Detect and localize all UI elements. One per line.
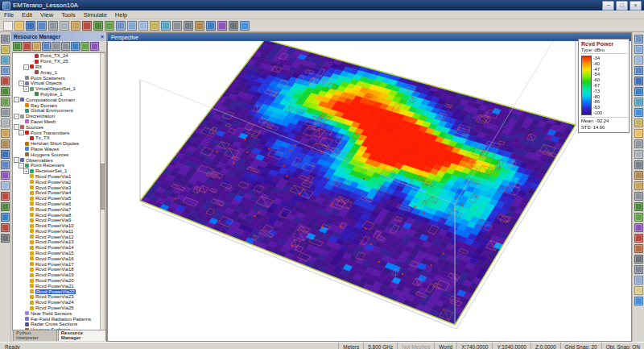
panel-close-icon[interactable]: × bbox=[101, 34, 104, 39]
menu-item-tools[interactable]: Tools bbox=[57, 11, 80, 19]
tree-item[interactable]: Point_TX_24 bbox=[13, 53, 105, 59]
tree-item[interactable]: Point Scatterers bbox=[13, 75, 105, 81]
rotate-view-icon[interactable] bbox=[161, 21, 171, 31]
view-top-icon[interactable] bbox=[634, 35, 643, 44]
new-file-icon[interactable] bbox=[3, 21, 13, 31]
grid-3d-icon[interactable] bbox=[634, 192, 643, 201]
zoom-extents-icon[interactable] bbox=[138, 21, 148, 31]
tree-item[interactable]: -RX bbox=[13, 64, 105, 70]
help-icon[interactable] bbox=[240, 21, 250, 31]
duplicate-object-icon[interactable] bbox=[42, 42, 51, 51]
notes-icon[interactable] bbox=[634, 286, 643, 295]
draw-rect-icon[interactable] bbox=[1, 108, 10, 117]
snap-toggle-icon[interactable] bbox=[184, 21, 193, 31]
mirror-tool-icon[interactable] bbox=[1, 171, 10, 180]
cut-icon[interactable] bbox=[48, 21, 58, 31]
tree-item[interactable]: Hertzian Short Dipoles bbox=[13, 141, 105, 147]
draw-point-icon[interactable] bbox=[1, 77, 10, 85]
layers-icon[interactable] bbox=[634, 265, 643, 274]
texture-mode-icon[interactable] bbox=[634, 171, 643, 180]
axes-toggle-icon[interactable] bbox=[1, 234, 10, 243]
tree-item[interactable]: -Sources bbox=[13, 124, 105, 130]
undo-icon[interactable] bbox=[93, 21, 103, 31]
add-object-icon[interactable] bbox=[13, 42, 22, 51]
light-toggle-icon[interactable] bbox=[634, 181, 643, 190]
view-right-icon[interactable] bbox=[634, 87, 643, 96]
maximize-button[interactable]: □ bbox=[616, 1, 628, 10]
yz-plane-icon[interactable] bbox=[1, 213, 10, 222]
view-perspective-icon[interactable] bbox=[634, 108, 643, 117]
render-icon[interactable] bbox=[634, 234, 643, 243]
save-icon[interactable] bbox=[26, 21, 35, 31]
zx-plane-icon[interactable] bbox=[1, 223, 10, 232]
tree-item[interactable]: Global Environment bbox=[13, 108, 105, 114]
open-icon[interactable] bbox=[14, 21, 24, 31]
zoom-window-tool-icon[interactable] bbox=[1, 66, 10, 75]
draw-box-icon[interactable] bbox=[1, 129, 10, 138]
view-bottom-icon[interactable] bbox=[634, 45, 643, 54]
move-down-icon[interactable] bbox=[61, 42, 70, 51]
collapse-all-icon[interactable] bbox=[90, 42, 99, 51]
menu-item-file[interactable]: File bbox=[0, 11, 18, 19]
mesh-view-icon[interactable] bbox=[217, 21, 227, 31]
ruler-icon[interactable] bbox=[634, 202, 643, 211]
tree-item[interactable]: -Computational Domain bbox=[13, 97, 105, 102]
tree-item[interactable]: Rcvd PowerVia25 bbox=[13, 305, 105, 311]
zoom-all-icon[interactable] bbox=[634, 118, 643, 127]
legend-panel[interactable]: Rcvd Power Type: dBm -34-40-47-54-60-67-… bbox=[578, 39, 630, 133]
section-view-icon[interactable] bbox=[634, 213, 643, 222]
camera-icon[interactable] bbox=[634, 223, 643, 232]
edit-object-icon[interactable] bbox=[32, 42, 41, 51]
run-simulation-icon[interactable] bbox=[206, 21, 216, 31]
zoom-out-icon[interactable] bbox=[127, 21, 137, 31]
info-icon[interactable] bbox=[634, 297, 643, 305]
pan-tool-icon[interactable] bbox=[1, 45, 10, 54]
pan-icon[interactable] bbox=[150, 21, 159, 31]
properties-icon[interactable] bbox=[634, 276, 643, 285]
menu-item-view[interactable]: View bbox=[36, 11, 57, 19]
tree-scrollbar-thumb[interactable] bbox=[101, 164, 105, 210]
animate-icon[interactable] bbox=[634, 244, 643, 253]
menu-item-help[interactable]: Help bbox=[111, 11, 131, 19]
menu-item-edit[interactable]: Edit bbox=[18, 11, 36, 19]
close-button[interactable]: × bbox=[630, 1, 642, 10]
tree-item[interactable]: Ray Domain bbox=[13, 102, 105, 108]
draw-polyline-icon[interactable] bbox=[1, 98, 10, 106]
copy-icon[interactable] bbox=[60, 21, 69, 31]
draw-cylinder-icon[interactable] bbox=[1, 139, 10, 148]
view-back-icon[interactable] bbox=[634, 66, 643, 75]
tree-item[interactable]: Array_1 bbox=[13, 69, 105, 75]
capture-icon[interactable] bbox=[634, 255, 643, 264]
view-front-icon[interactable] bbox=[634, 56, 643, 64]
paste-icon[interactable] bbox=[71, 21, 80, 31]
rotate-tool-icon[interactable] bbox=[1, 56, 10, 64]
tree-item[interactable]: Far-Field Radiation Patterns bbox=[13, 316, 105, 322]
draw-circle-icon[interactable] bbox=[1, 118, 10, 127]
panel-tab-python-interpreter[interactable]: Python Interpreter bbox=[13, 329, 57, 341]
refresh-tree-icon[interactable] bbox=[71, 42, 80, 51]
view-iso-icon[interactable] bbox=[634, 98, 643, 106]
save-all-icon[interactable] bbox=[37, 21, 47, 31]
tree-item[interactable]: -Observables bbox=[13, 157, 105, 163]
xy-plane-icon[interactable] bbox=[1, 202, 10, 211]
tree-item[interactable]: +VirtualObjectSet_1 bbox=[13, 86, 105, 92]
zoom-in-icon[interactable] bbox=[116, 21, 126, 31]
tree-item[interactable]: Near Field Sensors bbox=[13, 310, 105, 316]
tree-item[interactable]: -Discretization bbox=[13, 114, 105, 119]
copy-tool-icon[interactable] bbox=[1, 160, 10, 169]
scene-canvas[interactable] bbox=[108, 41, 632, 341]
tree-item[interactable]: Facet Mesh bbox=[13, 119, 105, 125]
settings-icon[interactable] bbox=[229, 21, 238, 31]
delete-icon[interactable] bbox=[82, 21, 92, 31]
zoom-selection-icon[interactable] bbox=[634, 129, 643, 138]
redo-icon[interactable] bbox=[105, 21, 114, 31]
delete-object-icon[interactable] bbox=[23, 42, 31, 51]
select-tool-icon[interactable] bbox=[1, 35, 10, 44]
tree-item[interactable]: Polyline_1 bbox=[13, 92, 105, 98]
minimize-button[interactable]: − bbox=[602, 1, 614, 10]
menu-item-simulate[interactable]: Simulate bbox=[80, 11, 111, 19]
hidden-line-mode-icon[interactable] bbox=[634, 160, 643, 169]
delete-tool-icon[interactable] bbox=[1, 192, 10, 201]
tree-item[interactable]: Plane Waves bbox=[13, 147, 105, 152]
panel-tab-resource-manager[interactable]: Resource Manager bbox=[58, 329, 106, 341]
